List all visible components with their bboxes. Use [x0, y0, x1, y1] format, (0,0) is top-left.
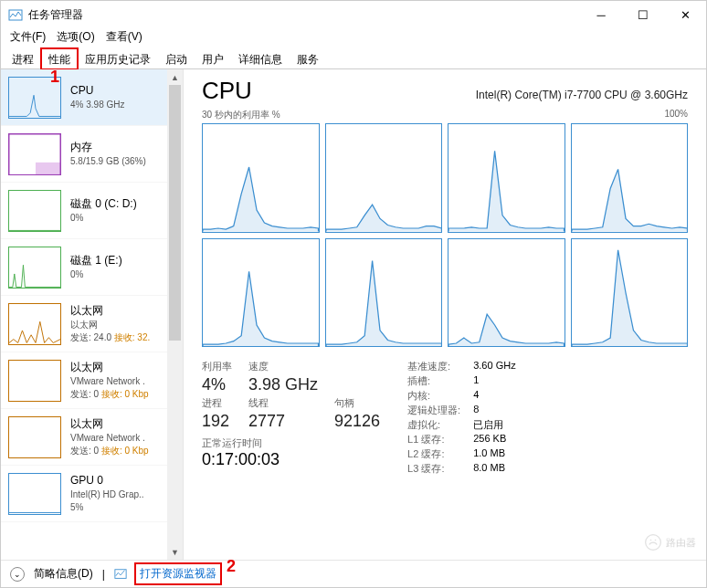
disk1-thumb — [8, 247, 61, 289]
menubar: 文件(F) 选项(O) 查看(V) — [1, 29, 706, 47]
monitor-icon — [114, 568, 127, 581]
uptime-label: 正常运行时间 — [202, 436, 380, 450]
cpu-core-chart — [571, 238, 689, 348]
cpu-core-chart — [448, 238, 565, 348]
svg-rect-0 — [9, 10, 22, 20]
cpu-core-chart — [325, 238, 443, 348]
statusbar: ⌄ 简略信息(D) | 打开资源监视器 — [1, 560, 706, 587]
sidebar-item-eth2[interactable]: 以太网VMware Network .发送: 0 接收: 0 Kbp — [1, 409, 183, 466]
eth1-thumb — [8, 360, 61, 402]
speed-value: 3.98 GHz — [248, 375, 318, 394]
close-button[interactable]: ✕ — [664, 1, 706, 29]
chart-right-label: 100% — [664, 109, 688, 121]
tab-performance[interactable]: 性能 — [41, 48, 78, 69]
cpu-core-chart — [448, 123, 565, 233]
sidebar-item-eth0[interactable]: 以太网以太网发送: 24.0 接收: 32. — [1, 296, 183, 352]
util-value: 4% — [202, 375, 232, 394]
scroll-thumb[interactable] — [169, 85, 181, 341]
chart-left-label: 30 秒内的利用率 % — [202, 109, 280, 121]
chevron-down-icon[interactable]: ⌄ — [10, 567, 25, 582]
cpu-core-chart — [202, 123, 320, 233]
scroll-up-icon[interactable]: ▲ — [167, 69, 183, 85]
fewer-details-link[interactable]: 简略信息(D) — [34, 566, 93, 582]
util-label: 利用率 — [202, 360, 232, 373]
cpu-chart-grid — [202, 123, 688, 347]
svg-rect-1 — [36, 162, 60, 174]
tab-services[interactable]: 服务 — [290, 48, 326, 69]
gpu0-thumb — [8, 473, 61, 515]
tab-details[interactable]: 详细信息 — [231, 48, 290, 69]
cpu-core-chart — [571, 123, 689, 233]
sidebar-item-disk0[interactable]: 磁盘 0 (C: D:)0% — [1, 183, 183, 239]
speed-label: 速度 — [248, 360, 318, 373]
tabbar: 进程 性能 应用历史记录 启动 用户 详细信息 服务 — [1, 47, 706, 69]
eth0-thumb — [8, 303, 61, 345]
main-panel: CPU Intel(R) Core(TM) i7-7700 CPU @ 3.60… — [184, 69, 706, 560]
tab-users[interactable]: 用户 — [195, 48, 231, 69]
threads-label: 线程 — [248, 396, 318, 410]
handles-label: 句柄 — [334, 396, 380, 410]
tab-history[interactable]: 应用历史记录 — [78, 48, 158, 69]
sidebar-item-disk1[interactable]: 磁盘 1 (E:)0% — [1, 239, 183, 296]
sidebar-scrollbar[interactable]: ▲ ▼ — [167, 69, 183, 560]
app-icon — [8, 8, 23, 23]
handles-value: 92126 — [334, 412, 380, 431]
open-resource-monitor-link[interactable]: 打开资源监视器 — [136, 564, 220, 583]
cpu-model: Intel(R) Core(TM) i7-7700 CPU @ 3.60GHz — [476, 89, 688, 101]
window-title: 任务管理器 — [28, 7, 580, 23]
svg-point-5 — [650, 540, 652, 541]
minimize-button[interactable]: ─ — [580, 1, 622, 29]
memory-thumb — [8, 133, 61, 175]
sidebar-item-eth1[interactable]: 以太网VMware Network .发送: 0 接收: 0 Kbp — [1, 352, 183, 409]
cpu-core-chart — [202, 238, 320, 348]
threads-value: 2777 — [248, 412, 318, 431]
menu-options[interactable]: 选项(O) — [53, 29, 98, 47]
svg-point-6 — [655, 540, 657, 541]
scroll-down-icon[interactable]: ▼ — [167, 544, 183, 560]
annotation-1: 1 — [50, 68, 59, 87]
proc-value: 192 — [202, 412, 232, 431]
page-title: CPU — [202, 77, 252, 105]
menu-view[interactable]: 查看(V) — [102, 29, 146, 47]
sidebar-item-cpu[interactable]: CPU4% 3.98 GHz — [1, 69, 183, 126]
disk0-thumb — [8, 190, 61, 232]
sidebar: CPU4% 3.98 GHz 内存5.8/15.9 GB (36%) 磁盘 0 … — [1, 69, 184, 560]
cpu-core-chart — [325, 123, 443, 233]
titlebar: 任务管理器 ─ ☐ ✕ — [1, 1, 706, 29]
sidebar-item-memory[interactable]: 内存5.8/15.9 GB (36%) — [1, 126, 183, 183]
tab-startup[interactable]: 启动 — [158, 48, 195, 69]
annotation-2: 2 — [227, 557, 236, 576]
uptime-value: 0:17:00:03 — [202, 450, 380, 469]
watermark: 路由器 — [644, 533, 696, 551]
eth2-thumb — [8, 416, 61, 458]
proc-label: 进程 — [202, 396, 232, 410]
menu-file[interactable]: 文件(F) — [6, 29, 49, 47]
tab-processes[interactable]: 进程 — [5, 48, 41, 69]
sidebar-item-gpu0[interactable]: GPU 0Intel(R) HD Grap..5% — [1, 466, 183, 522]
maximize-button[interactable]: ☐ — [622, 1, 664, 29]
